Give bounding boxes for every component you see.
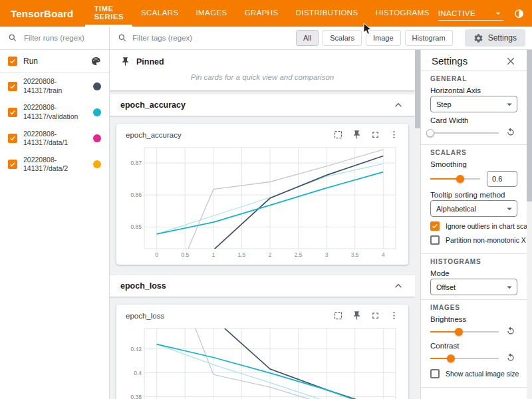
svg-text:0: 0 [155,251,158,258]
svg-text:4: 4 [382,251,385,258]
filter-toolbar-row: AllScalarsImageHistogram Settings [0,27,532,50]
run-color-dot [93,160,101,168]
settings-button[interactable]: Settings [465,29,525,47]
run-label: 20220808-141317/data/1 [23,130,87,148]
runs-column-header: Run [0,50,109,73]
partition-x-checkbox[interactable] [430,235,440,245]
svg-text:2: 2 [269,251,272,258]
collapse-section-icon[interactable] [392,99,404,111]
card-title: epoch_accuracy [126,131,333,139]
show-actual-size-checkbox[interactable] [430,369,440,378]
brightness-slider[interactable] [430,331,499,332]
more-options-icon[interactable] [389,311,399,321]
slider-thumb[interactable] [455,328,463,336]
fullscreen-icon[interactable] [370,311,380,321]
run-checkbox[interactable] [8,82,17,91]
card-title: epoch_loss [126,312,333,320]
data-status-dropdown[interactable]: INACTIVE [438,6,503,21]
runs-column-label: Run [23,57,84,66]
section-epoch_accuracy: epoch_accuracyepoch_accuracy00.511.522.5… [110,94,415,271]
run-checkbox[interactable] [8,160,17,169]
tab-distributions[interactable]: DISTRIBUTIONS [287,0,367,27]
card-width-label: Card Width [430,116,517,124]
tag-filter-chips: AllScalarsImageHistogram [296,30,453,46]
divider [421,387,527,388]
scalars-heading: SCALARS [430,149,517,156]
contrast-toggle-icon[interactable] [513,7,525,19]
tab-histograms[interactable]: HISTOGRAMS [367,0,438,27]
svg-text:1.5: 1.5 [238,251,246,258]
more-options-icon[interactable] [389,130,399,140]
section-header-epoch_loss[interactable]: epoch_loss [110,275,415,297]
svg-text:0.5: 0.5 [181,251,189,258]
tooltip-sort-select[interactable]: Alphabetical [430,200,517,217]
chevron-down-icon [493,8,503,19]
filter-runs-search [0,27,110,49]
chevron-down-icon [503,203,515,215]
reset-brightness-icon[interactable] [505,326,517,338]
reset-contrast-icon[interactable] [505,352,517,364]
nav-tabs: TIME SERIESSCALARSIMAGESGRAPHSDISTRIBUTI… [85,0,438,27]
pin-card-icon[interactable] [352,130,362,140]
settings-scrollbar[interactable] [527,50,532,399]
pin-icon [120,57,130,66]
section-header-epoch_accuracy[interactable]: epoch_accuracy [110,94,415,116]
slider-thumb[interactable] [447,354,455,362]
main-scrollbar[interactable] [415,50,420,399]
search-icon [118,33,127,43]
contrast-slider[interactable] [430,358,499,359]
tab-images[interactable]: IMAGES [188,0,236,27]
filter-chip-image[interactable]: Image [366,30,401,46]
select-all-runs-checkbox[interactable] [8,57,17,66]
chart-holder: 00.511.522.533.540.360.380.40.42 [122,322,403,399]
filter-tags-input[interactable] [131,33,292,43]
run-color-dot [93,108,101,116]
smoothing-label: Smoothing [430,160,517,168]
tab-graphs[interactable]: GRAPHS [236,0,287,27]
slider-thumb[interactable] [456,175,464,183]
scrollbar-thumb[interactable] [527,50,532,201]
section-epoch_loss: epoch_lossepoch_loss00.511.522.533.540.3… [110,275,415,399]
chart-epoch_accuracy[interactable]: 00.511.522.533.540.850.860.87 [122,142,402,261]
run-checkbox[interactable] [8,108,17,117]
card-width-slider[interactable] [430,132,499,134]
run-checkbox[interactable] [8,134,17,143]
histogram-mode-select[interactable]: Offset [430,279,517,295]
scrollbar-thumb[interactable] [415,50,420,128]
images-heading: IMAGES [430,304,517,311]
smoothing-value-input[interactable]: 0.6 [487,171,517,187]
run-row: 20220808-141317/validation [0,99,109,125]
app-title: TensorBoard [0,0,85,27]
filter-chip-all[interactable]: All [296,30,319,46]
fullscreen-icon[interactable] [370,130,380,140]
divider [421,144,527,145]
horizontal-axis-select[interactable]: Step [430,96,517,112]
data-selection-icon[interactable] [333,311,343,321]
tab-time-series[interactable]: TIME SERIES [85,0,132,27]
collapse-section-icon[interactable] [392,280,404,292]
chart-card-epoch_accuracy: epoch_accuracy00.511.522.533.540.850.860… [116,124,408,265]
show-actual-size-label: Show actual image size [446,370,519,378]
settings-histograms-section: HISTOGRAMS Mode Offset [430,258,517,299]
pin-card-icon[interactable] [352,311,362,321]
run-row: 20220808-141317/data/2 [0,152,109,178]
ignore-outliers-checkbox[interactable] [430,221,440,231]
smoothing-slider[interactable] [430,178,480,180]
close-icon[interactable] [505,56,516,66]
tooltip-sort-value: Alphabetical [436,205,476,213]
general-heading: GENERAL [430,75,517,82]
filter-chip-histogram[interactable]: Histogram [405,30,453,46]
chart-epoch_loss[interactable]: 00.511.522.533.540.360.380.40.42 [122,323,402,399]
palette-icon[interactable] [90,56,101,66]
runs-list: 20220808-141317/train20220808-141317/val… [0,73,109,178]
tab-scalars[interactable]: SCALARS [132,0,188,27]
section-title: epoch_accuracy [120,100,186,110]
reset-card-width-icon[interactable] [505,127,517,139]
contrast-label: Contrast [430,342,517,350]
svg-text:0.87: 0.87 [130,160,142,166]
slider-thumb[interactable] [426,129,434,137]
svg-text:0.86: 0.86 [130,192,142,198]
data-selection-icon[interactable] [333,130,343,140]
filter-runs-input[interactable] [23,33,101,43]
filter-chip-scalars[interactable]: Scalars [323,30,362,46]
